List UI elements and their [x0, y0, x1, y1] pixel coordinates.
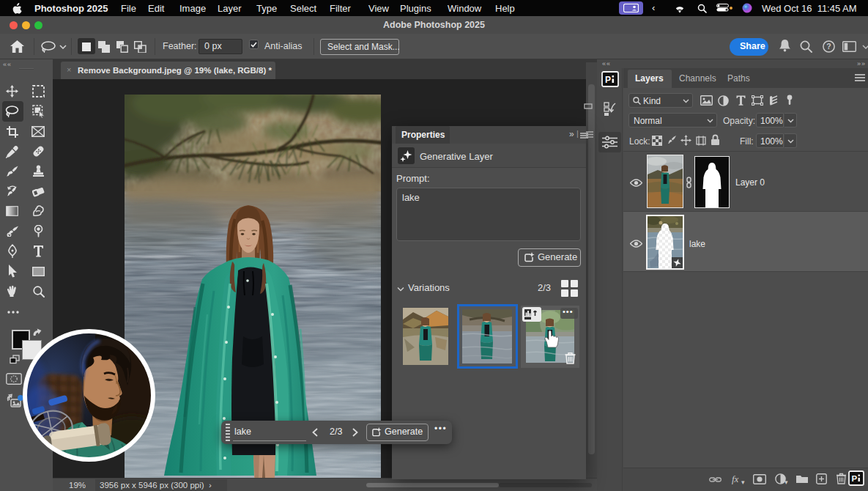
svg-text:P: P [852, 474, 858, 483]
svg-text:?: ? [826, 42, 831, 51]
svg-text:P: P [605, 75, 611, 85]
